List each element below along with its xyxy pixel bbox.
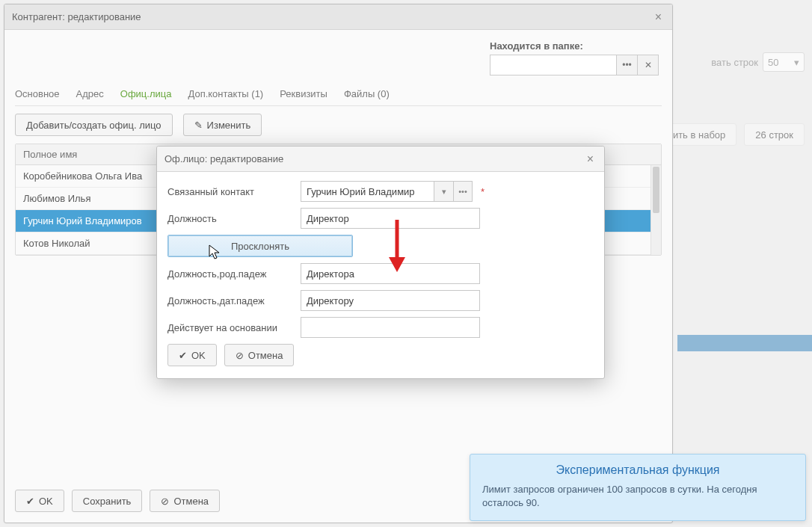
tabs: Основное Адрес Офиц.лица Доп.контакты (1… — [15, 87, 662, 106]
tab-main[interactable]: Основное — [15, 87, 60, 101]
close-icon: ✕ — [645, 60, 652, 70]
cancel-button[interactable]: ⊘Отмена — [150, 490, 220, 512]
dialog-body: Связанный контакт ▾ ••• * Должность Прос… — [157, 172, 604, 378]
dialog-footer: ✔OK ⊘Отмена — [167, 344, 594, 366]
contact-dropdown-button[interactable]: ▾ — [434, 181, 453, 202]
position-dat-label: Должность,дат.падеж — [167, 295, 295, 306]
folder-clear-button[interactable]: ✕ — [638, 55, 659, 75]
position-dat-input[interactable] — [301, 290, 480, 311]
folder-more-button[interactable]: ••• — [617, 55, 638, 75]
window-footer: ✔OK Сохранить ⊘Отмена — [15, 490, 220, 512]
tab-officials[interactable]: Офиц.лица — [120, 87, 172, 101]
close-icon[interactable]: × — [584, 152, 597, 166]
toast-message: Лимит запросов ограничен 100 запросов в … — [482, 483, 793, 510]
save-button[interactable]: Сохранить — [72, 490, 143, 512]
basis-label: Действует на основании — [167, 322, 295, 333]
tab-requisites[interactable]: Реквизиты — [280, 87, 327, 101]
decline-row: Просклонять — [167, 235, 594, 257]
contact-combo: ▾ ••• — [301, 181, 473, 202]
basis-row: Действует на основании — [167, 317, 594, 338]
ellipsis-icon: ••• — [622, 60, 632, 70]
position-row: Должность — [167, 208, 594, 229]
ban-icon: ⊘ — [161, 496, 169, 507]
table-scrollbar[interactable] — [650, 165, 661, 255]
experimental-toast: Экспериментальная функция Лимит запросов… — [470, 454, 806, 521]
position-gen-row: Должность,род.падеж — [167, 263, 594, 284]
position-dat-row: Должность,дат.падеж — [167, 290, 594, 311]
tab-address[interactable]: Адрес — [76, 87, 104, 101]
position-gen-label: Должность,род.падеж — [167, 268, 295, 280]
dialog-ok-button[interactable]: ✔OK — [167, 344, 217, 366]
toast-title: Экспериментальная функция — [482, 463, 793, 477]
required-marker: * — [481, 186, 485, 197]
official-edit-dialog: Оф.лицо: редактирование × Связанный конт… — [156, 146, 605, 379]
window-titlebar: Контрагент: редактирование × — [4, 4, 672, 30]
dialog-cancel-button[interactable]: ⊘Отмена — [224, 344, 295, 366]
pencil-icon: ✎ — [194, 120, 203, 131]
dialog-title: Оф.лицо: редактирование — [164, 153, 283, 164]
position-input[interactable] — [301, 208, 480, 229]
edit-official-button[interactable]: ✎Изменить — [183, 114, 262, 136]
folder-label: Находится в папке: — [490, 40, 659, 52]
close-icon[interactable]: × — [652, 10, 665, 24]
check-icon: ✔ — [179, 350, 187, 361]
window-title: Контрагент: редактирование — [12, 11, 141, 22]
decline-button[interactable]: Просклонять — [167, 235, 353, 257]
chevron-down-icon: ▾ — [442, 187, 446, 197]
contact-more-button[interactable]: ••• — [453, 181, 473, 202]
position-label: Должность — [167, 213, 295, 224]
ellipsis-icon: ••• — [458, 187, 467, 196]
folder-field: Находится в папке: ••• ✕ — [490, 40, 659, 75]
contact-label: Связанный контакт — [167, 186, 295, 197]
position-gen-input[interactable] — [301, 263, 480, 284]
dialog-titlebar: Оф.лицо: редактирование × — [157, 147, 604, 172]
scrollbar-thumb[interactable] — [653, 167, 659, 213]
check-icon: ✔ — [26, 496, 34, 507]
folder-input-group: ••• ✕ — [490, 55, 659, 75]
ban-icon: ⊘ — [236, 350, 244, 361]
tab-contacts[interactable]: Доп.контакты (1) — [188, 87, 263, 101]
ok-button[interactable]: ✔OK — [15, 490, 64, 512]
tab-files[interactable]: Файлы (0) — [344, 87, 390, 101]
basis-input[interactable] — [301, 317, 480, 338]
contact-row: Связанный контакт ▾ ••• * — [167, 181, 594, 202]
contact-input[interactable] — [301, 181, 434, 202]
add-official-button[interactable]: Добавить/создать офиц. лицо — [15, 114, 173, 136]
folder-input[interactable] — [490, 55, 617, 75]
officials-toolbar: Добавить/создать офиц. лицо ✎Изменить — [15, 114, 662, 136]
